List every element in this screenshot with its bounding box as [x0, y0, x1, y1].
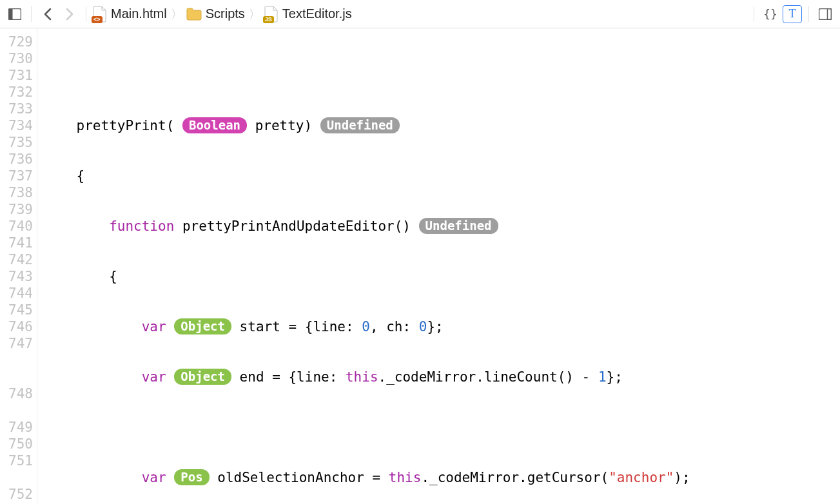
line-number: [0, 402, 33, 419]
breadcrumb-label: TextEditor.js: [282, 6, 352, 21]
code-content[interactable]: prettyPrint( Boolean pretty) Undefined {…: [37, 28, 840, 504]
code-editor[interactable]: 7297307317327337347357367377387397407417…: [0, 28, 840, 504]
separator: [31, 6, 32, 22]
toolbar: <> Main.html 〉 Scripts 〉 JS TextEditor.j…: [0, 0, 840, 28]
type-pill-undefined: Undefined: [320, 117, 400, 133]
svg-rect-2: [819, 8, 832, 19]
chevron-right-icon: 〉: [249, 6, 260, 22]
line-number: 729: [0, 34, 33, 50]
braces-icon: {}: [763, 7, 777, 21]
type-pill-object: Object: [174, 318, 231, 334]
line-number: [0, 352, 33, 369]
line-number: 752: [0, 486, 33, 503]
code-line: [44, 67, 834, 84]
line-number: 738: [0, 184, 33, 201]
code-line: {: [44, 268, 834, 285]
line-number: 731: [0, 67, 33, 84]
line-number: 739: [0, 201, 33, 218]
type-profiler-toggle[interactable]: T: [783, 5, 802, 23]
breadcrumb-item-texteditor-js[interactable]: JS TextEditor.js: [264, 6, 352, 23]
line-number: 751: [0, 452, 33, 469]
breadcrumb-item-scripts[interactable]: Scripts: [186, 6, 245, 21]
line-number: 733: [0, 101, 33, 117]
line-number: [0, 469, 33, 486]
breadcrumb-item-main-html[interactable]: <> Main.html: [93, 6, 167, 23]
code-line: prettyPrint( Boolean pretty) Undefined: [44, 117, 834, 134]
line-number: 736: [0, 151, 33, 168]
code-line: function prettyPrintAndUpdateEditor() Un…: [44, 218, 834, 235]
type-pill-pos: Pos: [174, 469, 209, 485]
right-panel-toggle[interactable]: [816, 5, 835, 23]
code-line: var Object start = {line: 0, ch: 0};: [44, 318, 834, 335]
code-line: {: [44, 168, 834, 184]
type-icon: T: [789, 7, 796, 21]
line-number: 730: [0, 50, 33, 67]
line-number: 734: [0, 117, 33, 134]
line-number: 735: [0, 134, 33, 151]
line-number: 746: [0, 318, 33, 335]
type-pill-boolean: Boolean: [182, 117, 247, 133]
nav-forward-button[interactable]: [60, 5, 79, 23]
code-line: [44, 419, 834, 436]
line-number: 742: [0, 251, 33, 268]
line-number: 747: [0, 335, 33, 352]
left-panel-toggle[interactable]: [5, 5, 24, 23]
breadcrumb: <> Main.html 〉 Scripts 〉 JS TextEditor.j…: [93, 6, 352, 23]
pretty-print-toggle[interactable]: {}: [761, 5, 780, 23]
type-pill-undefined: Undefined: [419, 218, 498, 234]
code-line: var Object end = {line: this._codeMirror…: [44, 369, 834, 385]
svg-rect-3: [828, 8, 832, 19]
line-number: 732: [0, 84, 33, 101]
code-line: var Pos oldSelectionAnchor = this._codeM…: [44, 469, 834, 486]
type-pill-object: Object: [174, 369, 231, 385]
svg-rect-1: [9, 8, 13, 19]
separator: [86, 6, 86, 22]
breadcrumb-label: Scripts: [206, 6, 245, 21]
line-number: 743: [0, 268, 33, 285]
line-number-gutter: 7297307317327337347357367377387397407417…: [0, 28, 37, 504]
separator: [808, 6, 809, 22]
line-number: 745: [0, 302, 33, 318]
line-number: 750: [0, 436, 33, 452]
nav-back-button[interactable]: [38, 5, 57, 23]
line-number: 748: [0, 385, 33, 402]
line-number: 741: [0, 235, 33, 251]
separator: [754, 6, 754, 22]
line-number: 749: [0, 419, 33, 436]
line-number: [0, 369, 33, 385]
line-number: 737: [0, 168, 33, 184]
chevron-right-icon: 〉: [171, 6, 182, 22]
html-file-icon: <>: [93, 6, 107, 23]
folder-icon: [186, 8, 202, 21]
js-file-icon: JS: [264, 6, 278, 23]
breadcrumb-label: Main.html: [111, 6, 167, 21]
line-number: 744: [0, 285, 33, 302]
line-number: 740: [0, 218, 33, 235]
